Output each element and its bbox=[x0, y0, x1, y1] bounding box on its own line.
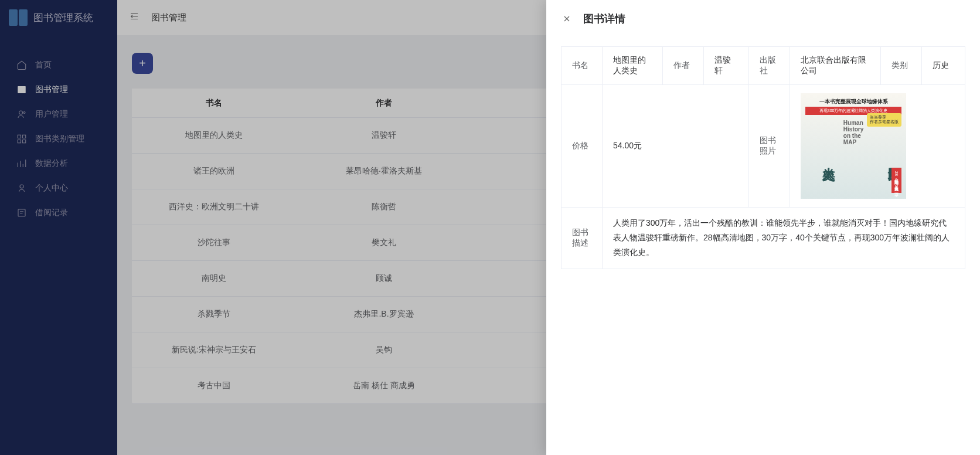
cover-badge-line: 作者亲笔签名版 bbox=[870, 120, 899, 124]
close-button[interactable] bbox=[561, 13, 573, 25]
cover-title-left: 人类史 bbox=[805, 120, 836, 196]
cover-badge: 当当尊享 作者亲笔签名版 bbox=[867, 113, 901, 127]
value-publisher: 北京联合出版有限公司 bbox=[790, 47, 881, 85]
value-author: 温骏轩 bbox=[703, 47, 748, 85]
cover-title: 人类史 HumanHistoryon theMAP 地图里的 bbox=[805, 120, 901, 196]
label-photo: 图书照片 bbox=[749, 85, 790, 208]
drawer-header: 图书详情 bbox=[561, 12, 965, 26]
label-category: 类别 bbox=[880, 47, 921, 85]
detail-row: 价格 54.00元 图书照片 一本书完整展现全球地缘体系 再现300万年的波澜壮… bbox=[562, 85, 965, 208]
book-cover-image: 一本书完整展现全球地缘体系 再现300万年的波澜壮阔的人类演化史 当当尊享 作者… bbox=[801, 93, 906, 199]
label-price: 价格 bbox=[562, 85, 603, 208]
value-name: 地图里的人类史 bbox=[603, 47, 663, 85]
label-publisher: 出版社 bbox=[749, 47, 790, 85]
cover-side-label: 28幅 高清地图 40个 人类演化节点 30万字 bbox=[891, 168, 901, 193]
book-detail-drawer: 图书详情 书名 地图里的人类史 作者 温骏轩 出版社 北京联合出版有限公司 类别… bbox=[546, 0, 980, 455]
cover-badge-line: 当当尊享 bbox=[870, 115, 899, 120]
value-description: 人类用了300万年，活出一个残酷的教训：谁能领先半步，谁就能消灭对手！国内地缘研… bbox=[603, 208, 965, 269]
detail-row: 图书描述 人类用了300万年，活出一个残酷的教训：谁能领先半步，谁就能消灭对手！… bbox=[562, 208, 965, 269]
value-category: 历史 bbox=[921, 47, 965, 85]
label-author: 作者 bbox=[662, 47, 703, 85]
value-photo: 一本书完整展现全球地缘体系 再现300万年的波澜壮阔的人类演化史 当当尊享 作者… bbox=[790, 85, 965, 208]
value-price: 54.00元 bbox=[603, 85, 749, 208]
drawer-title: 图书详情 bbox=[583, 12, 625, 26]
label-name: 书名 bbox=[562, 47, 603, 85]
cover-headline: 一本书完整展现全球地缘体系 bbox=[805, 98, 901, 106]
detail-row: 书名 地图里的人类史 作者 温骏轩 出版社 北京联合出版有限公司 类别 历史 bbox=[562, 47, 965, 85]
detail-table: 书名 地图里的人类史 作者 温骏轩 出版社 北京联合出版有限公司 类别 历史 价… bbox=[561, 46, 965, 269]
close-icon bbox=[562, 14, 571, 23]
label-description: 图书描述 bbox=[562, 208, 603, 269]
